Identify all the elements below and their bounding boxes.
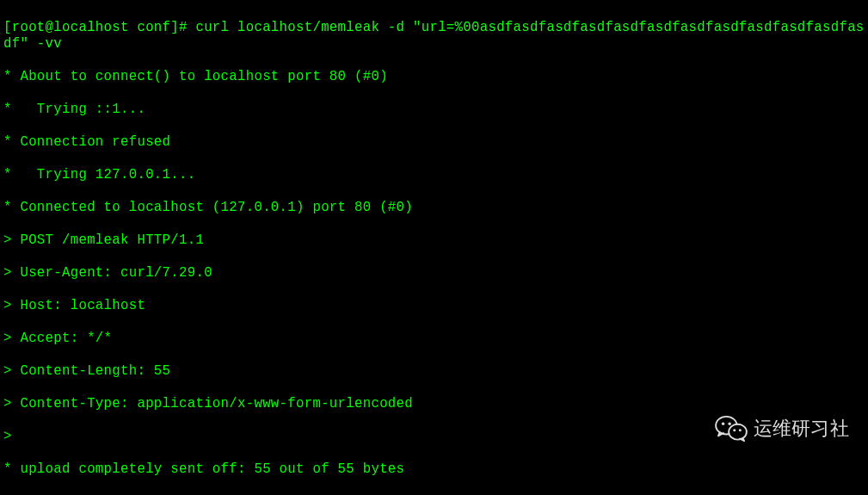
output-line: > POST /memleak HTTP/1.1 (3, 232, 865, 249)
output-line: > Content-Type: application/x-www-form-u… (3, 396, 865, 412)
terminal-window[interactable]: [root@localhost conf]# curl localhost/me… (0, 0, 868, 495)
output-line: * About to connect() to localhost port 8… (3, 69, 865, 85)
output-line: > User-Agent: curl/7.29.0 (3, 265, 865, 282)
output-line: * Connected to localhost (127.0.0.1) por… (3, 200, 865, 216)
output-line: > Accept: */* (3, 331, 865, 347)
output-line: > (3, 429, 865, 445)
shell-prompt: [root@localhost conf]# (3, 20, 195, 35)
output-line: > Host: localhost (3, 298, 865, 314)
output-line: > Content-Length: 55 (3, 363, 865, 380)
output-line: * Trying ::1... (3, 102, 865, 118)
prompt-line: [root@localhost conf]# curl localhost/me… (3, 20, 865, 53)
svg-point-2 (728, 423, 730, 425)
output-line: * Connection refused (3, 134, 865, 151)
output-line: * Trying 127.0.0.1... (3, 167, 865, 183)
svg-point-1 (722, 423, 724, 425)
output-line: * upload completely sent off: 55 out of … (3, 461, 865, 478)
